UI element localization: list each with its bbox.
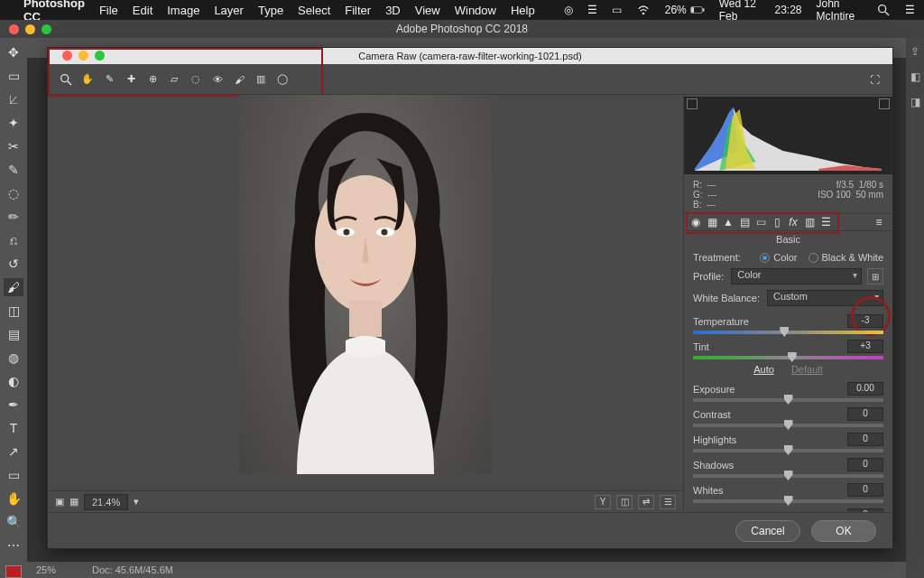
- highlights-slider[interactable]: Highlights0: [693, 427, 883, 452]
- targeted-adjustment-tool-icon[interactable]: ⊕: [142, 70, 163, 89]
- notification-center-icon[interactable]: ☰: [905, 4, 915, 16]
- tab-effects-icon[interactable]: fx: [785, 214, 801, 230]
- healing-brush-tool-icon[interactable]: ◌: [4, 184, 23, 202]
- crop-tool-icon[interactable]: ✂: [4, 137, 23, 155]
- red-eye-tool-icon[interactable]: 👁: [207, 70, 228, 89]
- profile-browser-icon[interactable]: ⊞: [867, 268, 883, 284]
- airplay-icon[interactable]: ▭: [612, 4, 622, 16]
- menu-image[interactable]: Image: [167, 4, 199, 17]
- wifi-icon[interactable]: [636, 3, 651, 17]
- marquee-tool-icon[interactable]: ▭: [4, 67, 23, 85]
- exposure-slider[interactable]: Exposure0.00: [693, 377, 883, 402]
- tint-slider[interactable]: Tint+3: [693, 334, 883, 359]
- zoom-tool-icon[interactable]: [55, 70, 77, 89]
- spot-removal-tool-icon[interactable]: ◌: [185, 70, 207, 89]
- graduated-filter-tool-icon[interactable]: ▥: [250, 70, 272, 89]
- tint-value[interactable]: +3: [847, 340, 883, 353]
- exposure-value[interactable]: 0.00: [847, 382, 883, 396]
- default-link[interactable]: Default: [791, 364, 823, 375]
- type-tool-icon[interactable]: T: [4, 419, 23, 437]
- zoom-dropdown-icon[interactable]: ▾: [134, 496, 139, 508]
- tab-detail-icon[interactable]: ▲: [720, 214, 736, 230]
- zoom-tool-icon[interactable]: 🔍: [4, 513, 23, 531]
- dialog-window-controls[interactable]: [53, 51, 105, 61]
- menu-3d[interactable]: 3D: [385, 4, 401, 17]
- menu-view[interactable]: View: [415, 4, 440, 17]
- tab-hsl-icon[interactable]: ▤: [736, 214, 753, 230]
- menu-window[interactable]: Window: [455, 4, 496, 17]
- hand-tool-icon[interactable]: ✋: [77, 70, 98, 89]
- edit-toolbar-icon[interactable]: ⋯: [4, 536, 23, 555]
- dodge-tool-icon[interactable]: ◐: [4, 372, 23, 390]
- contrast-value[interactable]: 0: [847, 407, 883, 421]
- histogram[interactable]: [684, 97, 892, 174]
- menu-filter[interactable]: Filter: [345, 4, 371, 17]
- treatment-color-radio[interactable]: Color: [760, 252, 797, 263]
- profile-select[interactable]: Color: [731, 268, 862, 284]
- eyedropper-tool-icon[interactable]: ✎: [4, 161, 23, 179]
- shadows-slider[interactable]: Shadows0: [693, 452, 883, 478]
- panel-icon[interactable]: ◨: [910, 96, 920, 108]
- blur-tool-icon[interactable]: ◍: [4, 349, 23, 367]
- highlight-clip-warning-icon[interactable]: [879, 98, 890, 109]
- zoom-level[interactable]: 21.4%: [84, 494, 128, 510]
- fit-icon[interactable]: ▣: [55, 496, 64, 508]
- wb-select[interactable]: Custom: [767, 290, 883, 306]
- history-brush-tool-icon[interactable]: ↺: [4, 255, 23, 273]
- path-selection-tool-icon[interactable]: ↗: [4, 443, 23, 461]
- shape-tool-icon[interactable]: ▭: [4, 466, 23, 484]
- menu-layer[interactable]: Layer: [214, 4, 244, 17]
- menu-file[interactable]: File: [99, 4, 118, 17]
- fill-icon[interactable]: ▦: [69, 496, 79, 508]
- move-tool-icon[interactable]: ✥: [4, 43, 23, 61]
- battery-indicator[interactable]: 26%: [665, 3, 705, 17]
- menu-select[interactable]: Select: [298, 4, 330, 17]
- menu-type[interactable]: Type: [258, 4, 283, 17]
- menubar-time[interactable]: 23:28: [774, 4, 801, 16]
- menu-edit[interactable]: Edit: [133, 4, 152, 17]
- adjustment-brush-tool-icon[interactable]: 🖌: [228, 70, 250, 89]
- panel-menu-icon[interactable]: ≡: [871, 214, 887, 230]
- brush-tool-icon[interactable]: 🖌: [4, 278, 23, 296]
- gradient-tool-icon[interactable]: ▤: [4, 325, 23, 343]
- highlights-value[interactable]: 0: [847, 433, 883, 446]
- transform-tool-icon[interactable]: ▱: [163, 70, 185, 89]
- temperature-slider[interactable]: Temperature-3: [693, 309, 883, 334]
- spotlight-icon[interactable]: [876, 3, 891, 17]
- panel-icon[interactable]: ◧: [910, 70, 920, 83]
- shadows-value[interactable]: 0: [847, 458, 883, 471]
- ok-button[interactable]: OK: [811, 520, 876, 542]
- color-sampler-tool-icon[interactable]: ✚: [120, 70, 142, 89]
- tab-split-toning-icon[interactable]: ▭: [753, 214, 769, 230]
- preview-image[interactable]: [239, 95, 492, 474]
- menuextra-icon[interactable]: ☰: [587, 4, 597, 16]
- whites-value[interactable]: 0: [847, 483, 883, 497]
- pencil-tool-icon[interactable]: ✏: [4, 208, 23, 226]
- tab-calibration-icon[interactable]: ▥: [801, 214, 818, 230]
- ps-zoom-level[interactable]: 25%: [36, 564, 56, 575]
- auto-link[interactable]: Auto: [753, 364, 774, 375]
- hand-tool-icon[interactable]: ✋: [4, 489, 23, 508]
- fullscreen-toggle-icon[interactable]: ⛶: [864, 70, 885, 89]
- cancel-button[interactable]: Cancel: [735, 520, 800, 542]
- before-after-split-icon[interactable]: ◫: [616, 495, 633, 509]
- foreground-color-swatch[interactable]: [5, 565, 22, 578]
- tab-basic-icon[interactable]: ◉: [688, 214, 704, 230]
- eraser-tool-icon[interactable]: ◫: [4, 302, 23, 320]
- white-balance-tool-icon[interactable]: ✎: [98, 70, 120, 89]
- contrast-slider[interactable]: Contrast0: [693, 402, 883, 427]
- pen-tool-icon[interactable]: ✒: [4, 396, 23, 414]
- clone-stamp-tool-icon[interactable]: ⎌: [4, 231, 23, 249]
- before-after-y-icon[interactable]: Y: [595, 495, 611, 509]
- magic-wand-tool-icon[interactable]: ✦: [4, 114, 23, 132]
- share-icon[interactable]: ⇪: [910, 45, 919, 58]
- tab-curve-icon[interactable]: ▦: [704, 214, 720, 230]
- tab-lens-icon[interactable]: ▯: [769, 214, 785, 230]
- menuextra-icon[interactable]: ◎: [564, 4, 573, 16]
- lasso-tool-icon[interactable]: ⟀: [4, 90, 23, 108]
- whites-slider[interactable]: Whites0: [693, 478, 883, 503]
- before-after-swap-icon[interactable]: ⇄: [638, 495, 654, 509]
- tab-presets-icon[interactable]: ☰: [818, 214, 834, 230]
- treatment-bw-radio[interactable]: Black & White: [808, 252, 883, 263]
- temperature-value[interactable]: -3: [847, 314, 883, 328]
